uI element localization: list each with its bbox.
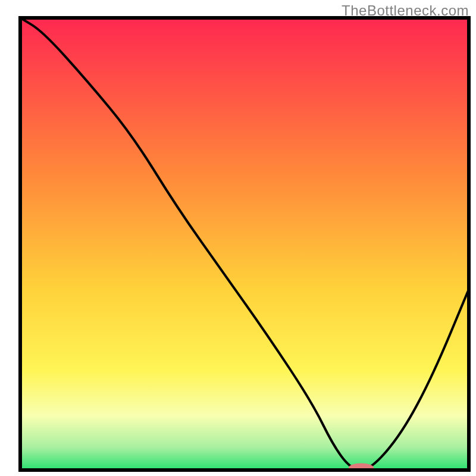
watermark-text: TheBottleneck.com <box>342 2 469 19</box>
gradient-background <box>20 18 469 470</box>
chart-svg <box>0 0 476 476</box>
bottleneck-chart: TheBottleneck.com <box>0 0 476 476</box>
